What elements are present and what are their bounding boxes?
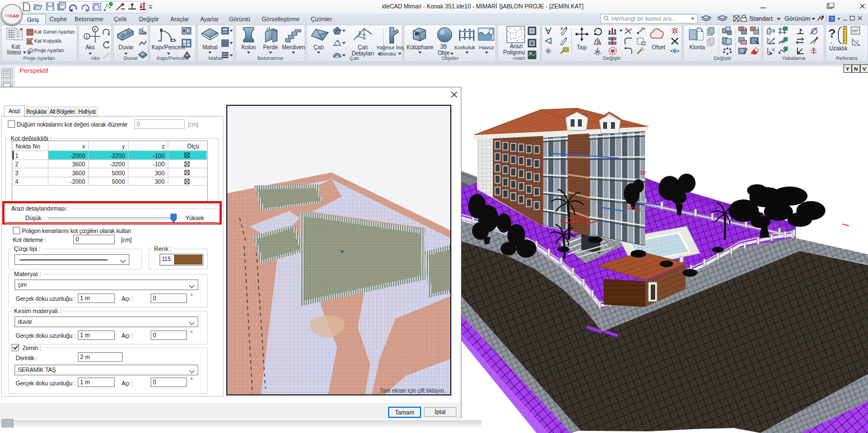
svg-text:m²: m² (852, 28, 858, 34)
svg-text:x: x (82, 143, 86, 150)
svg-text:y: y (122, 143, 125, 150)
svg-text:Standart: Standart (749, 15, 773, 22)
svg-text:?: ? (830, 16, 833, 22)
svg-text:-2000: -2000 (70, 178, 85, 185)
svg-text:-3200: -3200 (110, 161, 125, 167)
svg-text:Ölçü: Ölçü (187, 143, 199, 150)
svg-text:300: 300 (155, 178, 165, 185)
svg-text:1: 1 (15, 152, 18, 159)
svg-text:300: 300 (155, 170, 165, 176)
svg-text:5000: 5000 (112, 178, 125, 185)
svg-text:3: 3 (15, 170, 18, 176)
svg-text:-2000: -2000 (70, 152, 85, 159)
svg-text:Görünüm: Görünüm (785, 15, 810, 22)
svg-text:Nokta No: Nokta No (16, 143, 40, 150)
svg-text:2: 2 (15, 161, 18, 167)
svg-text:1: 1 (86, 35, 88, 39)
svg-text:3600: 3600 (72, 161, 86, 167)
svg-text:A: A (94, 27, 96, 31)
svg-text:5000: 5000 (112, 170, 125, 176)
svg-text:-100: -100 (153, 152, 165, 159)
svg-text:z: z (162, 143, 165, 150)
svg-text:CAD: CAD (10, 13, 20, 18)
svg-text:3600: 3600 (72, 170, 86, 176)
svg-text:?: ? (856, 40, 858, 44)
svg-text:-100: -100 (153, 161, 165, 167)
svg-text:-3200: -3200 (110, 152, 125, 159)
svg-text:4: 4 (15, 178, 18, 185)
